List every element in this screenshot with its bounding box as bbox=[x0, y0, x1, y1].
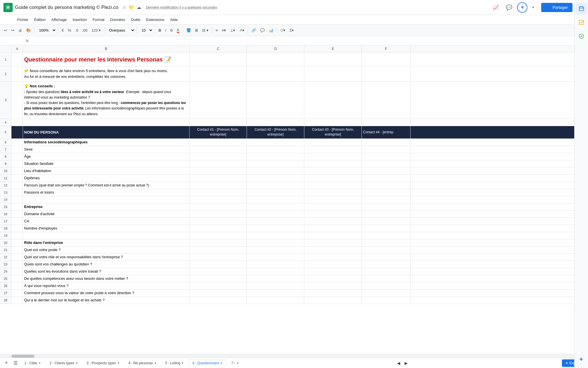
cell-23-d[interactable] bbox=[247, 261, 304, 268]
add-sheet-btn[interactable]: + bbox=[2, 359, 10, 367]
cell-4-d[interactable] bbox=[247, 119, 304, 126]
cell-18-e[interactable] bbox=[304, 225, 362, 232]
cell-1-f[interactable] bbox=[362, 53, 411, 66]
cell-2-e[interactable] bbox=[304, 66, 362, 81]
cell-13-d[interactable] bbox=[247, 189, 304, 196]
cell-28-b[interactable]: Qui a le dernier mot sur le budget et le… bbox=[23, 297, 189, 304]
cell-12-b[interactable]: Parcours (quel était son premier emploi … bbox=[23, 182, 189, 189]
formula-input[interactable] bbox=[32, 38, 586, 43]
cell-15-a[interactable] bbox=[11, 203, 23, 210]
cell-22-e[interactable] bbox=[304, 254, 362, 261]
cell-24-c[interactable] bbox=[189, 268, 247, 275]
cell-24-a[interactable] bbox=[11, 268, 23, 275]
filter-btn[interactable]: ▽▾ bbox=[279, 27, 287, 34]
cell-14-c[interactable] bbox=[189, 196, 247, 203]
fill-color-btn[interactable]: 🪣 bbox=[185, 27, 193, 34]
tab-clients-types[interactable]: 2 - Clients types ▼ bbox=[46, 360, 82, 367]
cell-28-a[interactable] bbox=[11, 297, 23, 304]
cell-17-f[interactable] bbox=[362, 218, 411, 225]
cell-14-a[interactable] bbox=[11, 196, 23, 203]
strikethrough-btn[interactable]: S bbox=[169, 27, 175, 34]
cell-9-e[interactable] bbox=[304, 160, 362, 167]
cell-4-e[interactable] bbox=[304, 119, 362, 126]
share-button[interactable]: 👤 Partager bbox=[541, 3, 572, 12]
nav-left-btn[interactable]: ◀ bbox=[395, 360, 402, 367]
cell-6-b[interactable]: Informations sociodémographiques bbox=[23, 139, 189, 146]
cell-7-f[interactable] bbox=[362, 146, 411, 153]
menu-extensions[interactable]: Extensions bbox=[144, 16, 167, 23]
cell-15-d[interactable] bbox=[247, 203, 304, 210]
cell-23-f[interactable] bbox=[362, 261, 411, 268]
undo-btn[interactable]: ↩ bbox=[2, 27, 9, 34]
cell-20-e[interactable] bbox=[304, 239, 362, 246]
cell-13-a[interactable] bbox=[11, 189, 23, 196]
cell-17-b[interactable]: CA bbox=[23, 218, 189, 225]
sheet-menu-btn[interactable]: ☰ bbox=[11, 359, 20, 367]
valign-btn[interactable]: ⊥▾ bbox=[228, 27, 237, 34]
link-btn[interactable]: 🔗 bbox=[250, 27, 258, 34]
cell-11-a[interactable] bbox=[11, 175, 23, 182]
merge-btn[interactable]: ⊟ ▾ bbox=[200, 27, 210, 34]
cell-4-b[interactable] bbox=[23, 119, 189, 126]
cell-22-b[interactable]: Quel est votre rôle et vos responsabilit… bbox=[23, 254, 189, 261]
cell-21-a[interactable] bbox=[11, 246, 23, 253]
cell-18-d[interactable] bbox=[247, 225, 304, 232]
cell-9-b[interactable]: Situation familiale bbox=[23, 160, 189, 167]
col-header-b[interactable]: B bbox=[23, 45, 189, 52]
cell-15-b[interactable]: Entreprise bbox=[23, 203, 189, 210]
percent-btn[interactable]: % bbox=[66, 27, 73, 34]
cell-28-d[interactable] bbox=[247, 297, 304, 304]
cell-24-e[interactable] bbox=[304, 268, 362, 275]
add-icon[interactable]: + bbox=[517, 2, 527, 13]
cell-27-a[interactable] bbox=[11, 290, 23, 296]
folder-icon[interactable]: 📁 bbox=[129, 5, 134, 10]
border-btn[interactable]: ⊞ bbox=[193, 27, 200, 34]
cell-12-f[interactable] bbox=[362, 182, 411, 189]
cell-10-a[interactable] bbox=[11, 167, 23, 174]
cell-3-e[interactable] bbox=[304, 82, 362, 119]
cell-27-b[interactable]: Comment prouvez-vous la valeur de votre … bbox=[23, 290, 189, 296]
cell-7-e[interactable] bbox=[304, 146, 362, 153]
bold-btn[interactable]: B bbox=[157, 27, 163, 34]
cloud-icon[interactable]: ☁ bbox=[137, 5, 141, 10]
cell-16-e[interactable] bbox=[304, 211, 362, 217]
cell-26-f[interactable] bbox=[362, 282, 411, 289]
cell-11-e[interactable] bbox=[304, 175, 362, 182]
tab-questionnaire[interactable]: 6 - Questionnaire ▼ bbox=[189, 360, 226, 367]
cell-5-f[interactable]: Contact #4 - [entrep bbox=[362, 126, 411, 138]
cell-20-c[interactable] bbox=[189, 239, 247, 246]
cell-21-c[interactable] bbox=[189, 246, 247, 253]
cell-10-c[interactable] bbox=[189, 167, 247, 174]
cell-24-f[interactable] bbox=[362, 268, 411, 275]
cell-24-d[interactable] bbox=[247, 268, 304, 275]
cell-27-e[interactable] bbox=[304, 290, 362, 296]
cell-27-c[interactable] bbox=[189, 290, 247, 296]
cell-6-e[interactable] bbox=[304, 139, 362, 146]
cell-reference[interactable]: J13 bbox=[2, 36, 22, 45]
cell-7-d[interactable] bbox=[247, 146, 304, 153]
cell-16-c[interactable] bbox=[189, 211, 247, 217]
cell-7-c[interactable] bbox=[189, 146, 247, 153]
col-header-e[interactable]: E bbox=[304, 45, 362, 52]
font-select[interactable]: Overpass bbox=[106, 27, 135, 33]
menu-insertion[interactable]: Insertion bbox=[70, 16, 89, 23]
cell-21-d[interactable] bbox=[247, 246, 304, 253]
cell-25-d[interactable] bbox=[247, 275, 304, 282]
menu-affichage[interactable]: Affichage bbox=[49, 16, 69, 23]
cell-15-c[interactable] bbox=[189, 203, 247, 210]
function-btn[interactable]: Σ▾ bbox=[288, 27, 295, 34]
cell-6-c[interactable] bbox=[189, 139, 247, 146]
decimal0-btn[interactable]: .0 bbox=[74, 27, 80, 34]
tab-cible[interactable]: 1 - Cible ▼ bbox=[21, 360, 45, 367]
cell-25-e[interactable] bbox=[304, 275, 362, 282]
cell-8-e[interactable] bbox=[304, 153, 362, 160]
print-btn[interactable]: 🖨 bbox=[17, 27, 24, 34]
cell-21-e[interactable] bbox=[304, 246, 362, 253]
currency-btn[interactable]: € bbox=[60, 27, 65, 34]
menu-edition[interactable]: Édition bbox=[32, 16, 48, 23]
paint-format-btn[interactable]: 🎨 bbox=[24, 27, 32, 34]
cell-8-d[interactable] bbox=[247, 153, 304, 160]
cell-23-a[interactable] bbox=[11, 261, 23, 268]
cell-19-c[interactable] bbox=[189, 232, 247, 239]
cell-10-f[interactable] bbox=[362, 167, 411, 174]
